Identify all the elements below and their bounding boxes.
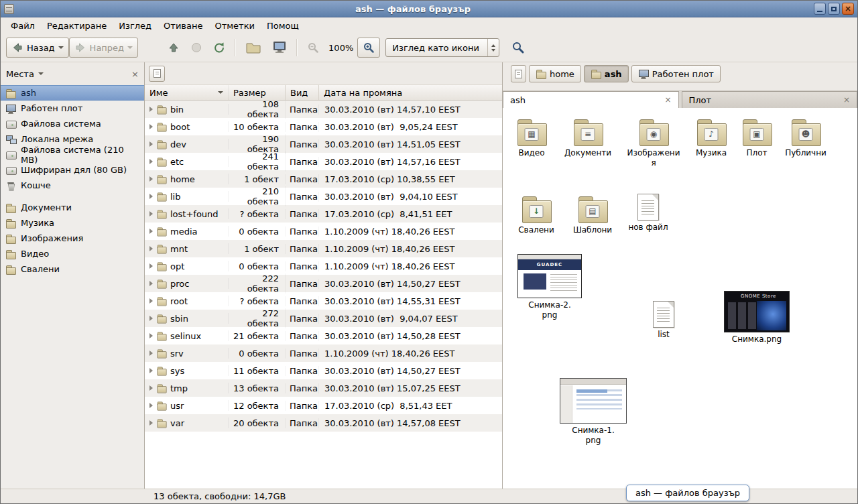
back-dropdown-icon[interactable]: [58, 46, 64, 49]
table-row[interactable]: media 0 обекта Папка 1.10.2009 (чт) 18,4…: [145, 223, 502, 240]
view-mode-select[interactable]: Изглед като икони: [385, 38, 499, 57]
table-row[interactable]: tmp 13 обекта Папка 30.03.2010 (вт) 15,0…: [145, 379, 502, 397]
breadcrumb-desktop[interactable]: Работен плот: [631, 65, 721, 82]
maximize-button[interactable]: [828, 3, 840, 15]
table-row[interactable]: sys 11 обекта Папка 30.03.2010 (вт) 14,5…: [145, 362, 502, 379]
search-button[interactable]: [506, 37, 530, 58]
sidebar-close-icon[interactable]: ×: [131, 69, 139, 79]
breadcrumb-ash[interactable]: ash: [584, 65, 629, 82]
tab-ash[interactable]: ash ×: [503, 91, 679, 108]
close-button[interactable]: ×: [842, 3, 854, 15]
icon-item-desktop[interactable]: Плот: [729, 118, 785, 158]
reload-button[interactable]: [208, 38, 231, 58]
table-row[interactable]: lost+found ? обекта Папка 17.03.2010 (ср…: [145, 205, 502, 223]
sidebar-item[interactable]: Свалени: [1, 261, 144, 277]
icon-item-snimka-1[interactable]: Снимка-1.png: [560, 378, 627, 446]
expander-icon[interactable]: [149, 368, 153, 373]
menu-edit[interactable]: Редактиране: [41, 19, 113, 33]
home-button[interactable]: [240, 37, 267, 58]
expander-icon[interactable]: [149, 263, 153, 269]
icon-item-downloads[interactable]: Свалени: [508, 195, 564, 235]
icon-item-snimka-2[interactable]: GUADEC Снимка-2.png: [517, 254, 583, 320]
table-row[interactable]: srv 0 обекта Папка 1.10.2009 (чт) 18,40,…: [145, 344, 502, 362]
table-row[interactable]: opt 0 обекта Папка 1.10.2009 (чт) 18,40,…: [145, 257, 502, 275]
tab-desktop[interactable]: Плот ×: [682, 91, 858, 108]
table-row[interactable]: etc 241 обекта Папка 30.03.2010 (вт) 14,…: [145, 153, 502, 170]
expander-icon[interactable]: [149, 420, 153, 426]
sidebar-item[interactable]: Шифриран дял (80 GB): [1, 162, 144, 178]
table-row[interactable]: dev 190 обекта Папка 30.03.2010 (вт) 14,…: [145, 135, 502, 153]
icon-item-public[interactable]: Публични: [778, 118, 834, 158]
menu-bookmarks[interactable]: Отметки: [208, 19, 260, 33]
expander-icon[interactable]: [149, 211, 153, 216]
expander-icon[interactable]: [149, 124, 153, 129]
icon-item-list[interactable]: list: [635, 301, 692, 340]
expander-icon[interactable]: [149, 159, 153, 164]
expander-icon[interactable]: [149, 385, 153, 391]
location-bar-toggle-button[interactable]: [149, 66, 165, 82]
breadcrumb-home[interactable]: home: [529, 65, 581, 82]
sidebar-item[interactable]: Файлова система (210 MB): [1, 147, 144, 162]
column-header-size[interactable]: Размер: [229, 85, 286, 100]
tab-close-icon[interactable]: ×: [843, 95, 850, 105]
table-row[interactable]: var 20 обекта Папка 30.03.2010 (вт) 14,5…: [145, 414, 502, 432]
table-row[interactable]: lib 210 обекта Папка 30.03.2010 (вт) 9,0…: [145, 188, 502, 205]
icon-item-video[interactable]: Видео: [503, 118, 560, 158]
menu-help[interactable]: Помощ: [261, 19, 305, 33]
sidebar-item[interactable]: Музика: [1, 215, 144, 231]
sidebar-item[interactable]: Видео: [1, 246, 144, 261]
menu-view[interactable]: Изглед: [113, 19, 158, 33]
zoom-in-button[interactable]: [357, 38, 380, 58]
sidebar-item-label: Документи: [21, 202, 72, 212]
sidebar-item[interactable]: Кошче: [1, 178, 144, 193]
forward-button[interactable]: Напред: [69, 38, 138, 58]
expander-icon[interactable]: [149, 246, 153, 251]
column-header-name[interactable]: Име: [145, 85, 229, 100]
table-row[interactable]: root ? обекта Папка 30.03.2010 (вт) 14,5…: [145, 292, 502, 310]
sidebar-item[interactable]: Файлова система: [1, 116, 144, 131]
icon-item-templates[interactable]: Шаблони: [564, 195, 621, 235]
expander-icon[interactable]: [149, 298, 153, 304]
tab-close-icon[interactable]: ×: [664, 95, 671, 105]
expander-icon[interactable]: [149, 316, 153, 321]
sidebar-item[interactable]: ash: [1, 85, 144, 101]
table-row[interactable]: proc 222 обекта Папка 30.03.2010 (вт) 14…: [145, 275, 502, 292]
pathbar-root-button[interactable]: [511, 65, 526, 82]
column-header-type[interactable]: Вид: [286, 85, 319, 100]
table-row[interactable]: home 1 обект Папка 17.03.2010 (ср) 10,38…: [145, 170, 502, 188]
table-row[interactable]: bin 108 обекта Папка 30.03.2010 (вт) 14,…: [145, 101, 502, 118]
expander-icon[interactable]: [149, 333, 153, 338]
back-button[interactable]: Назад: [6, 38, 69, 58]
expander-icon[interactable]: [149, 351, 153, 356]
table-row[interactable]: boot 10 обекта Папка 30.03.2010 (вт) 9,0…: [145, 118, 502, 135]
sidebar-title[interactable]: Места: [6, 69, 34, 79]
column-header-date[interactable]: Дата на промяна: [319, 85, 502, 100]
icon-item-new-file[interactable]: нов файл: [620, 194, 676, 233]
expander-icon[interactable]: [149, 141, 153, 147]
expander-icon[interactable]: [149, 229, 153, 234]
combo-spinner[interactable]: [487, 39, 499, 56]
sidebar-item[interactable]: Документи: [1, 200, 144, 215]
sidebar-item[interactable]: Изображения: [1, 231, 144, 246]
sidebar-item[interactable]: Работен плот: [1, 101, 144, 116]
minimize-button[interactable]: [814, 3, 826, 15]
icon-item-documents[interactable]: Документи: [560, 118, 616, 158]
expander-icon[interactable]: [149, 176, 153, 182]
up-button[interactable]: [162, 38, 185, 58]
table-row[interactable]: mnt 1 обект Папка 1.10.2009 (чт) 18,40,2…: [145, 240, 502, 257]
expander-icon[interactable]: [149, 281, 153, 286]
computer-button[interactable]: [267, 37, 292, 58]
expander-icon[interactable]: [149, 107, 153, 112]
icon-item-pictures[interactable]: Изображения: [627, 118, 680, 168]
menu-go[interactable]: Отиване: [158, 19, 208, 33]
sidebar-title-dropdown-icon[interactable]: [38, 72, 44, 75]
table-row[interactable]: usr 12 обекта Папка 17.03.2010 (ср) 8,51…: [145, 397, 502, 414]
table-row[interactable]: selinux 21 обекта Папка 30.03.2010 (вт) …: [145, 327, 502, 344]
expander-icon[interactable]: [149, 403, 153, 408]
window: ash — файлов браузър × Файл Редактиране …: [0, 0, 858, 504]
expander-icon[interactable]: [149, 194, 153, 199]
table-row[interactable]: sbin 272 обекта Папка 30.03.2010 (вт) 9,…: [145, 310, 502, 327]
row-name: boot: [170, 122, 190, 132]
icon-item-snimka[interactable]: GNOME Store Снимка.png: [723, 291, 790, 344]
menu-file[interactable]: Файл: [5, 19, 41, 33]
